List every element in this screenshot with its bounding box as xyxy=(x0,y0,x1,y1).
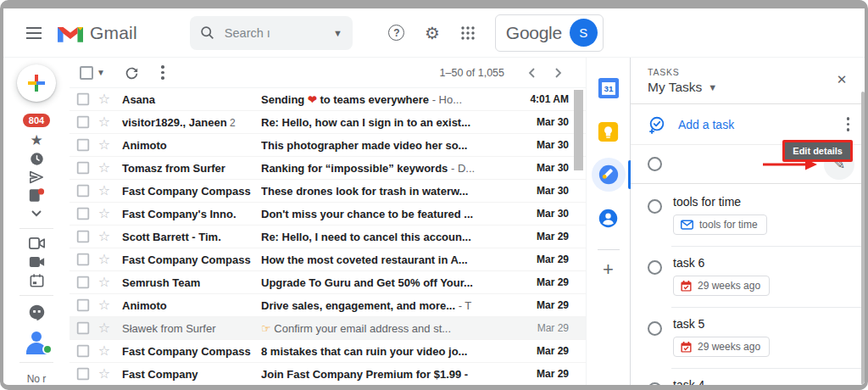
gmail-logo[interactable]: Gmail xyxy=(58,23,137,43)
star-icon[interactable]: ☆ xyxy=(90,276,119,289)
meet-meetings-list-button[interactable] xyxy=(3,271,70,290)
apps-grid-button[interactable] xyxy=(451,16,485,50)
search-options-caret-icon[interactable]: ▼ xyxy=(333,28,342,38)
refresh-button[interactable] xyxy=(117,59,147,86)
row-checkbox[interactable] xyxy=(77,254,89,265)
keep-app-button[interactable] xyxy=(592,114,626,148)
email-row[interactable]: ☆Semrush TeamUpgrade To Guru and Get 50%… xyxy=(70,271,586,294)
email-row[interactable]: ☆Fast CompanyJoin Fast Company Premium f… xyxy=(70,363,586,386)
user-avatar[interactable]: S xyxy=(570,19,598,47)
contacts-app-button[interactable] xyxy=(592,201,626,235)
meet-join-meeting-button[interactable] xyxy=(3,253,70,271)
email-row[interactable]: ☆Sławek from Surfer☞ Confirm your email … xyxy=(70,317,586,340)
email-subject: Join Fast Company Premium for $1.99 - xyxy=(261,368,516,381)
task-complete-circle[interactable] xyxy=(648,321,662,336)
task-item[interactable]: task 629 weeks ago xyxy=(671,246,865,307)
star-icon[interactable]: ☆ xyxy=(90,92,119,106)
email-row[interactable]: ☆Fast Company's Inno.Don't miss your cha… xyxy=(70,203,586,226)
row-checkbox[interactable] xyxy=(77,322,89,334)
email-list-pane: ▼ 1–50 of 1,055 ☆AsanaSending ❤ to teams… xyxy=(70,58,587,385)
settings-button[interactable]: ⚙ xyxy=(415,16,449,50)
calendar-app-button[interactable]: 31 xyxy=(592,71,626,105)
email-row[interactable]: ☆Scott Barrett - Tim.Re: Hello, I need t… xyxy=(70,226,586,248)
search-input[interactable]: Search ı xyxy=(225,26,333,40)
more-options-button[interactable] xyxy=(147,59,178,86)
search-bar[interactable]: Search ı ▼ xyxy=(190,16,353,50)
star-icon[interactable]: ☆ xyxy=(90,161,119,175)
help-button[interactable]: ? xyxy=(380,16,414,50)
google-account-button[interactable]: Google S xyxy=(495,14,604,52)
task-chip[interactable]: 29 weeks ago xyxy=(673,276,770,296)
select-all-checkbox[interactable] xyxy=(80,66,93,80)
row-checkbox[interactable] xyxy=(77,116,89,128)
row-checkbox[interactable] xyxy=(77,231,89,242)
row-checkbox[interactable] xyxy=(77,345,89,357)
tasks-app-button[interactable] xyxy=(592,158,626,192)
row-checkbox[interactable] xyxy=(77,299,89,311)
star-icon[interactable]: ☆ xyxy=(90,253,119,266)
row-checkbox[interactable] xyxy=(77,93,89,105)
row-checkbox[interactable] xyxy=(77,139,89,151)
row-checkbox[interactable] xyxy=(77,208,89,220)
sidebar-item-sent[interactable] xyxy=(3,168,70,187)
older-page-button[interactable] xyxy=(547,61,570,85)
meet-new-meeting-button[interactable] xyxy=(3,234,70,253)
select-caret-icon[interactable]: ▼ xyxy=(97,68,105,77)
star-icon[interactable]: ☆ xyxy=(90,230,119,243)
compose-button[interactable] xyxy=(17,64,56,102)
add-task-button[interactable]: Add a task xyxy=(678,118,734,131)
star-icon[interactable]: ☆ xyxy=(90,184,119,198)
newer-page-button[interactable] xyxy=(520,61,543,85)
star-icon[interactable]: ☆ xyxy=(90,321,119,335)
email-row[interactable]: ☆Fast Company CompassHow the most covete… xyxy=(70,248,586,271)
chat-user-avatar[interactable] xyxy=(22,326,51,354)
sidebar-divider xyxy=(19,228,53,229)
row-checkbox[interactable] xyxy=(77,162,89,174)
email-row[interactable]: ☆Fast Company CompassThese drones look f… xyxy=(70,180,586,203)
email-list-scrollbar[interactable] xyxy=(574,90,583,170)
email-row[interactable]: ☆AsanaSending ❤ to teams everywhere - Ho… xyxy=(70,88,586,111)
star-icon[interactable]: ☆ xyxy=(90,138,119,152)
task-complete-circle[interactable] xyxy=(648,199,662,214)
sidebar-item-snoozed[interactable] xyxy=(3,149,70,168)
get-addons-button[interactable]: + xyxy=(603,260,614,279)
task-chip[interactable]: tools for time xyxy=(673,214,767,235)
tasks-scrollbar[interactable] xyxy=(861,92,865,385)
task-list-name: My Tasks xyxy=(648,80,702,95)
task-list-selector[interactable]: My Tasks ▼ xyxy=(648,80,717,95)
sidebar-item-drafts[interactable] xyxy=(3,187,70,205)
main-menu-icon[interactable] xyxy=(17,16,51,50)
sidebar-more-button[interactable] xyxy=(3,205,70,224)
pagination: 1–50 of 1,055 xyxy=(440,61,570,85)
star-icon[interactable]: ☆ xyxy=(90,344,119,358)
calendar-icon xyxy=(681,342,692,353)
star-icon[interactable]: ☆ xyxy=(90,115,119,129)
email-row[interactable]: ☆Fast Company Compass8 mistakes that can… xyxy=(70,340,586,363)
task-complete-circle[interactable] xyxy=(648,157,662,171)
close-panel-button[interactable]: ✕ xyxy=(829,67,854,92)
email-row[interactable]: ☆visitor1829., Janeen 2Re: Hello, how ca… xyxy=(70,111,586,134)
task-item[interactable]: task 429 weeks ago xyxy=(671,368,865,385)
row-checkbox[interactable] xyxy=(77,276,89,288)
email-row[interactable]: ☆AnimotoThis photographer made video her… xyxy=(70,134,586,157)
row-checkbox[interactable] xyxy=(77,185,89,197)
star-icon[interactable]: ☆ xyxy=(90,298,119,312)
email-row[interactable]: ☆AnimotoDrive sales, engagement, and mor… xyxy=(70,294,586,317)
email-date: Mar 29 xyxy=(516,345,569,357)
task-item[interactable]: tools for timetools for time xyxy=(671,186,865,246)
refresh-icon xyxy=(125,65,139,80)
add-task-icon[interactable] xyxy=(648,115,666,134)
task-complete-circle[interactable] xyxy=(648,382,662,385)
star-icon[interactable]: ☆ xyxy=(90,367,119,381)
app-title: Gmail xyxy=(90,23,137,43)
sidebar-item-starred[interactable]: ★ xyxy=(3,131,70,150)
inbox-unread-badge[interactable]: 804 xyxy=(23,114,50,127)
email-row[interactable]: ☆Tomasz from SurferRanking for “impossib… xyxy=(70,157,586,180)
task-chip[interactable]: 29 weeks ago xyxy=(673,337,770,357)
list-options-button[interactable] xyxy=(840,110,857,138)
hangouts-button[interactable] xyxy=(3,301,70,325)
star-icon[interactable]: ☆ xyxy=(90,207,119,220)
task-item[interactable]: task 529 weeks ago xyxy=(671,307,865,368)
task-complete-circle[interactable] xyxy=(648,260,662,275)
row-checkbox[interactable] xyxy=(77,368,89,380)
